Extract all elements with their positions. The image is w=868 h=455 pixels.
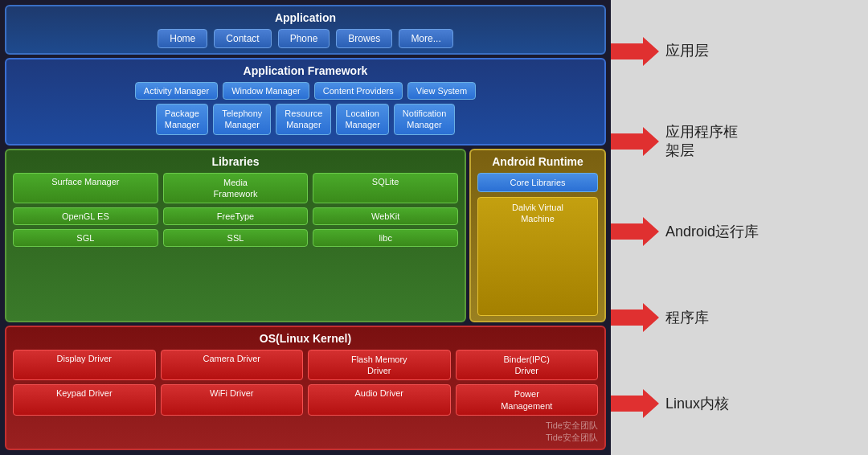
lib-sqlite[interactable]: SQLite [313, 173, 458, 204]
lib-libc[interactable]: libc [313, 229, 458, 247]
lib-freetype[interactable]: FreeType [163, 207, 309, 225]
framework-row2: PackageManager TelephonyManager Resource… [13, 104, 598, 135]
label-row-framework: 应用程序框 架层 [611, 123, 860, 161]
fw-view-system[interactable]: View System [407, 82, 476, 100]
kernel-keypad-driver[interactable]: Keypad Driver [13, 384, 156, 416]
libraries-title: Libraries [13, 155, 458, 168]
app-layer-title: Application [13, 11, 598, 24]
svg-marker-3 [611, 303, 659, 332]
watermark: Tide安全团队 Tide安全团队 [13, 420, 598, 444]
kernel-power-mgmt[interactable]: PowerManagement [456, 384, 599, 416]
core-libraries-btn[interactable]: Core Libraries [477, 173, 598, 192]
middle-section: Libraries Surface Manager MediaFramework… [5, 149, 606, 322]
fw-window-manager[interactable]: Window Manager [223, 82, 309, 100]
arrow-kernel-icon [611, 389, 659, 418]
framework-row1: Activity Manager Window Manager Content … [13, 82, 598, 100]
svg-marker-2 [611, 217, 659, 246]
arrow-libraries-icon [611, 303, 659, 332]
lib-surface-manager[interactable]: Surface Manager [13, 173, 158, 204]
label-row-app: 应用层 [611, 37, 860, 66]
kernel-audio-driver[interactable]: Audio Driver [308, 384, 451, 416]
app-btn-phone[interactable]: Phone [278, 29, 330, 48]
label-row-kernel: Linux内核 [611, 389, 860, 418]
svg-marker-0 [611, 37, 659, 66]
kernel-flash-driver[interactable]: Flash MemoryDriver [308, 350, 451, 381]
framework-layer-title: Application Framework [13, 64, 598, 77]
label-runtime: Android运行库 [665, 223, 759, 241]
application-layer: Application Home Contact Phone Browes Mo… [5, 5, 606, 55]
kernel-camera-driver[interactable]: Camera Driver [161, 350, 304, 381]
kernel-wifi-driver[interactable]: WiFi Driver [161, 384, 304, 416]
label-app: 应用层 [665, 42, 709, 60]
app-btn-home[interactable]: Home [158, 29, 207, 48]
svg-marker-4 [611, 389, 659, 418]
kernel-row2: Keypad Driver WiFi Driver Audio Driver P… [13, 384, 598, 416]
app-btn-more[interactable]: More... [399, 29, 452, 48]
label-kernel: Linux内核 [665, 395, 729, 413]
kernel-title: OS(Linux Kernel) [13, 332, 598, 345]
fw-resource-manager[interactable]: ResourceManager [276, 104, 331, 135]
label-row-runtime: Android运行库 [611, 217, 860, 246]
kernel-layer: OS(Linux Kernel) Display Driver Camera D… [5, 326, 606, 450]
kernel-display-driver[interactable]: Display Driver [13, 350, 156, 381]
label-libraries: 程序库 [665, 309, 709, 327]
lib-ssl[interactable]: SSL [163, 229, 309, 247]
arrow-app-icon [611, 37, 659, 66]
kernel-row1: Display Driver Camera Driver Flash Memor… [13, 350, 598, 381]
fw-activity-manager[interactable]: Activity Manager [135, 82, 218, 100]
lib-media-framework[interactable]: MediaFramework [163, 173, 309, 204]
app-buttons-row: Home Contact Phone Browes More... [13, 29, 598, 48]
arrow-framework-icon [611, 127, 659, 156]
label-row-libraries: 程序库 [611, 303, 860, 332]
android-runtime-title: Android Runtime [477, 155, 598, 168]
android-runtime-layer: Android Runtime Core Libraries Dalvik Vi… [469, 149, 606, 322]
lib-row3: SGL SSL libc [13, 229, 458, 247]
label-framework: 应用程序框 架层 [665, 123, 738, 161]
libraries-layer: Libraries Surface Manager MediaFramework… [5, 149, 466, 322]
fw-notification-manager[interactable]: NotificationManager [394, 104, 455, 135]
diagram-area: Application Home Contact Phone Browes Mo… [0, 0, 611, 455]
labels-area: 应用层 应用程序框 架层 Android运行库 程序库 Linux内核 [611, 0, 868, 455]
fw-package-manager[interactable]: PackageManager [156, 104, 208, 135]
app-btn-browes[interactable]: Browes [336, 29, 392, 48]
lib-sgl[interactable]: SGL [13, 229, 158, 247]
fw-location-manager[interactable]: LocationManager [336, 104, 388, 135]
lib-webkit[interactable]: WebKit [313, 207, 458, 225]
fw-content-providers[interactable]: Content Providers [314, 82, 403, 100]
svg-marker-1 [611, 127, 659, 156]
arrow-runtime-icon [611, 217, 659, 246]
kernel-binder-driver[interactable]: Binder(IPC)Driver [456, 350, 599, 381]
fw-telephony-manager[interactable]: TelephonyManager [213, 104, 271, 135]
app-btn-contact[interactable]: Contact [214, 29, 271, 48]
lib-row1: Surface Manager MediaFramework SQLite [13, 173, 458, 204]
lib-row2: OpenGL ES FreeType WebKit [13, 207, 458, 225]
dalvik-vm-btn[interactable]: Dalvik VirtualMachine [477, 197, 598, 316]
framework-layer: Application Framework Activity Manager W… [5, 58, 606, 146]
lib-opengl-es[interactable]: OpenGL ES [13, 207, 158, 225]
